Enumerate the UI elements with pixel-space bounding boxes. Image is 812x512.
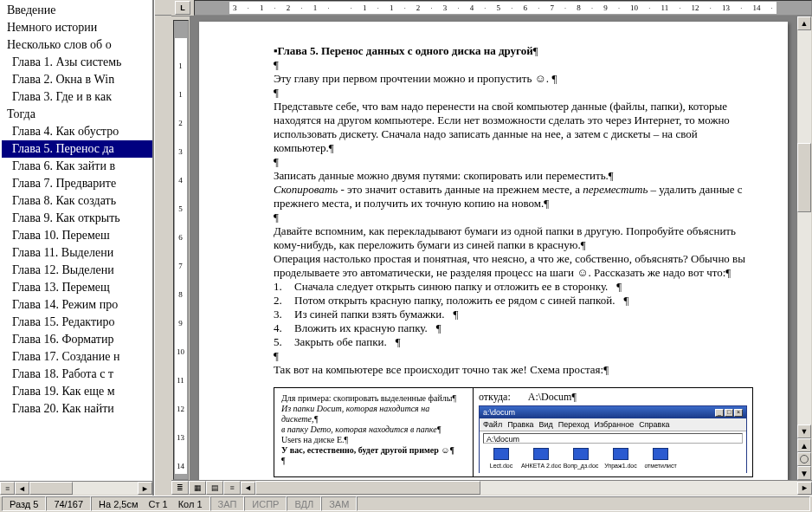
nav-jump-button[interactable]: ≡ <box>0 482 15 495</box>
nav-item[interactable]: Тогда <box>2 106 152 123</box>
mini-address-bar: A:\docum <box>483 433 743 444</box>
nav-item[interactable]: Немного истории <box>2 19 152 36</box>
paragraph: Так вот на компьютере все происходит точ… <box>274 363 603 376</box>
chapter-title: Глава 5. Перенос данных с одного диска н… <box>278 44 533 57</box>
maximize-icon: □ <box>725 409 733 417</box>
nav-item[interactable]: Введение <box>2 2 152 19</box>
from-path: A:\Docum¶ <box>528 392 577 402</box>
from-label: откуда: <box>479 392 511 402</box>
nav-item[interactable]: Глава 2. Окна в Win <box>2 71 152 88</box>
nav-item[interactable]: Несколько слов об о <box>2 36 152 54</box>
view-normal-icon[interactable]: ≣ <box>171 481 189 495</box>
browse-object-icon[interactable] <box>797 452 811 466</box>
nav-item[interactable]: Глава 6. Как зайти в <box>2 158 152 175</box>
view-print-icon[interactable]: ▤ <box>206 481 223 495</box>
tab-stop-button[interactable]: L <box>175 1 190 15</box>
scroll-thumb[interactable] <box>29 482 73 495</box>
status-indicator-trk[interactable]: ИСПР <box>244 496 287 511</box>
close-icon: × <box>734 409 743 417</box>
paragraph: Записать данные можно двумя путями: скоп… <box>274 169 609 182</box>
paragraph: ¶ <box>274 349 753 363</box>
scroll-right-icon[interactable]: ► <box>138 482 152 495</box>
nav-item[interactable]: Глава 17. Создание н <box>2 348 152 366</box>
example-left-cell: Для примера: скопировать выделенные файл… <box>274 388 474 476</box>
view-web-icon[interactable]: ▦ <box>189 481 206 495</box>
vertical-ruler[interactable]: 11 234 567 8910 111213 14 <box>171 16 190 480</box>
nav-item[interactable]: Глава 3. Где и в как <box>2 88 152 106</box>
example-right-cell: откуда: A:\Docum¶ a:\docum _ □ × <box>474 388 752 476</box>
file-icon <box>613 448 628 460</box>
paragraph: ¶ <box>274 211 753 224</box>
mini-window-title: a:\docum <box>483 407 515 418</box>
nav-item[interactable]: Глава 7. Предварите <box>2 175 152 192</box>
nav-item[interactable]: Глава 11. Выделени <box>2 244 152 262</box>
document-map-pane: Введение Немного истории Несколько слов … <box>0 0 154 496</box>
scroll-thumb[interactable] <box>255 481 480 495</box>
scroll-left-icon[interactable]: ◄ <box>15 482 29 495</box>
prev-page-icon[interactable]: ▲ <box>797 438 811 452</box>
example-table: Для примера: скопировать выделенные файл… <box>274 387 753 477</box>
status-section: Разд 5 <box>2 496 46 511</box>
list-item: Сначала следует открыть синюю папку и от… <box>294 280 608 294</box>
view-outline-icon[interactable]: ≡ <box>223 481 241 495</box>
paragraph: Эту главу при первом прочтении можно и п… <box>274 72 549 85</box>
horizontal-ruler[interactable]: L 3· 1· 2· 1· · 1· 1· 2· 3· 4· 5· 6· 7· <box>171 0 812 16</box>
scroll-left-icon[interactable]: ◄ <box>241 482 255 495</box>
nav-item[interactable]: Глава 9. Как открыть <box>2 210 152 227</box>
status-indicator-rec[interactable]: ЗАП <box>210 496 245 511</box>
list-item: Вложить их красную папку. <box>294 321 428 335</box>
hruler-scale[interactable]: 3· 1· 2· 1· · 1· 1· 2· 3· 4· 5· 6· 7· 8·… <box>194 0 812 16</box>
status-indicator-ovr[interactable]: ЗАМ <box>321 496 357 511</box>
scroll-up-icon[interactable]: ▲ <box>797 16 811 30</box>
status-indicator-ext[interactable]: ВДЛ <box>287 496 321 511</box>
paragraph: ¶ <box>274 58 753 72</box>
nav-item[interactable]: Глава 1. Азы системь <box>2 54 152 71</box>
paragraph: Операция настолько простая и понятная, ч… <box>274 252 745 279</box>
nav-item[interactable]: Глава 13. Перемещ <box>2 279 152 296</box>
list-item: Потом открыть красную папку, положить ее… <box>294 294 615 308</box>
nav-hscrollbar[interactable]: ≡ ◄ ► <box>0 481 152 496</box>
list-item: Из синей папки взять бумажки. <box>294 308 444 321</box>
nav-item[interactable]: Глава 14. Режим про <box>2 296 152 314</box>
status-position: На 2,5см Ст 1 Кол 1 <box>91 496 210 511</box>
nav-item[interactable]: Глава 12. Выделени <box>2 262 152 279</box>
document-area: L 3· 1· 2· 1· · 1· 1· 2· 3· 4· 5· 6· 7· <box>171 0 812 496</box>
nav-item[interactable]: Глава 8. Как создать <box>2 192 152 210</box>
nav-item[interactable]: Глава 18. Работа с т <box>2 366 152 383</box>
paragraph: ¶ <box>274 155 753 169</box>
nav-item[interactable]: Глава 16. Форматир <box>2 331 152 348</box>
page-viewport[interactable]: ▪Глава 5. Перенос данных с одного диска … <box>190 16 796 480</box>
minimize-icon: _ <box>715 409 724 417</box>
paragraph: Представьте себе, что вам надо перенести… <box>274 100 730 154</box>
vertical-scrollbar[interactable]: ▲ ▼ ▲ ▼ <box>796 16 812 480</box>
scroll-right-icon[interactable]: ► <box>797 482 812 495</box>
doc-hscrollbar[interactable]: ≣ ▦ ▤ ≡ ◄ ► <box>171 480 812 495</box>
paragraph-term: переместить <box>583 183 648 196</box>
scroll-down-icon[interactable]: ▼ <box>797 425 811 438</box>
document-page[interactable]: ▪Глава 5. Перенос данных с одного диска … <box>199 22 788 480</box>
document-map-list: Введение Немного истории Несколько слов … <box>0 0 152 481</box>
file-icon <box>493 448 509 460</box>
pane-splitter[interactable] <box>154 0 171 496</box>
ruler-corner <box>155 0 171 16</box>
status-pages: 74/167 <box>46 496 91 511</box>
status-spacer <box>357 496 810 511</box>
paragraph: ¶ <box>274 86 753 100</box>
scroll-track[interactable] <box>29 482 138 495</box>
scroll-thumb[interactable] <box>797 143 811 212</box>
nav-item[interactable]: Глава 15. Редактиро <box>2 314 152 331</box>
nav-item[interactable]: Глава 4. Как обустро <box>2 123 152 140</box>
paragraph: Давайте вспомним, как перекладывают бума… <box>274 224 736 251</box>
list-item: Закрыть обе папки. <box>294 335 387 349</box>
file-icon <box>653 448 668 460</box>
nav-item[interactable]: Глава 19. Как еще м <box>2 383 152 400</box>
nav-item-selected[interactable]: Глава 5. Перенос да <box>2 140 152 158</box>
next-page-icon[interactable]: ▼ <box>797 466 811 480</box>
nav-item[interactable]: Глава 10. Перемеш <box>2 227 152 244</box>
paragraph-term: Скопировать <box>274 183 338 196</box>
scroll-track[interactable] <box>797 30 811 425</box>
nav-item[interactable]: Глава 20. Как найти <box>2 400 152 418</box>
file-icon <box>573 448 589 460</box>
scroll-track[interactable] <box>255 481 797 495</box>
explorer-window-image: a:\docum _ □ × Файл Правка <box>479 405 747 473</box>
